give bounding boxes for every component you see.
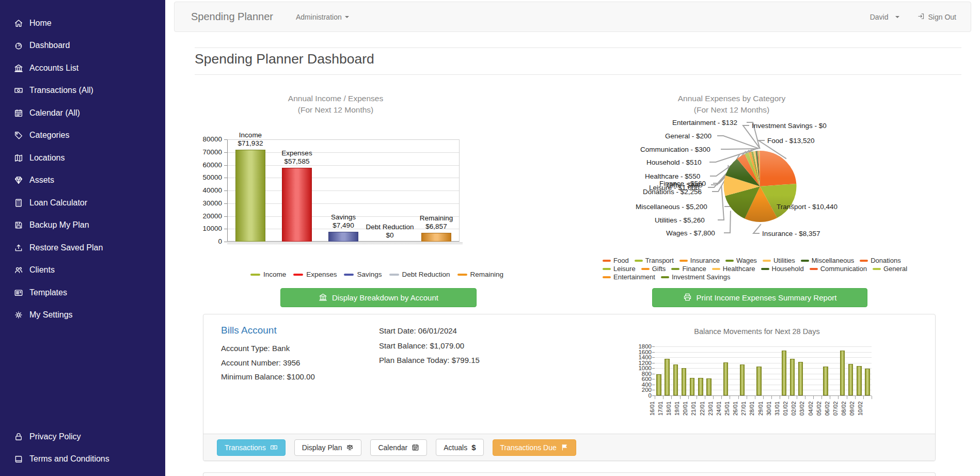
- upload-icon: [14, 243, 23, 252]
- book-icon: [14, 454, 23, 464]
- legend-item-leisure: Leisure: [603, 265, 636, 273]
- navbar-right: David Sign Out: [870, 2, 956, 31]
- sidebar-item-privacy-policy[interactable]: Privacy Policy: [0, 432, 81, 441]
- mini-gridline: [655, 346, 872, 347]
- mini-x-tick: [680, 396, 681, 399]
- pie-label-general: General - $200: [665, 132, 712, 140]
- sidebar-item-label: Restore Saved Plan: [29, 243, 103, 252]
- mini-x-label: 21/01: [690, 401, 697, 416]
- mini-x-tick: [697, 396, 697, 399]
- sidebar-item-label: Backup My Plan: [29, 220, 89, 230]
- y-axis-label: 30000: [191, 199, 222, 207]
- mini-bar-01-02: [790, 359, 795, 395]
- display-breakdown-button[interactable]: Display Breakdown by Account: [280, 288, 477, 307]
- user-menu[interactable]: David: [870, 13, 899, 21]
- sidebar-item-label: Locations: [29, 153, 65, 163]
- legend-label: Gifts: [652, 265, 666, 273]
- mini-x-label: 22/01: [699, 401, 706, 416]
- legend-item-investment-savings: Investment Savings: [661, 273, 730, 281]
- mini-x-label: 30/01: [766, 401, 772, 416]
- legend-swatch: [661, 276, 669, 278]
- sidebar-item-my-settings[interactable]: My Settings: [0, 310, 73, 320]
- print-summary-label: Print Income Expenses Summary Report: [697, 293, 837, 302]
- actuals-button[interactable]: Actuals$: [436, 439, 483, 456]
- sidebar-item-calendar-all[interactable]: Calendar (All): [0, 108, 80, 118]
- pie-leader-line: [724, 165, 731, 207]
- sidebar-item-transactions-all[interactable]: Transactions (All): [0, 86, 93, 95]
- legend-swatch: [725, 260, 734, 262]
- mini-x-label: 09/02: [849, 401, 856, 416]
- pie-label-communication: Communication - $300: [640, 146, 710, 153]
- sidebar-item-assets[interactable]: Assets: [0, 176, 54, 185]
- mini-bar-02-02: [798, 362, 803, 395]
- bar-value-label: Income$71,932: [214, 131, 287, 148]
- mini-x-tick: [847, 396, 847, 399]
- mini-y-label: 1600: [622, 349, 652, 355]
- pie-slice-leisure: [745, 153, 760, 186]
- legend-label: Finance: [682, 265, 706, 273]
- app-brand[interactable]: Spending Planner: [191, 2, 273, 31]
- mini-gridline: [655, 390, 872, 390]
- sidebar-item-restore-saved-plan[interactable]: Restore Saved Plan: [0, 243, 103, 252]
- legend-item-entertainment: Entertainment: [603, 273, 655, 281]
- sidebar-item-terms-and-conditions[interactable]: Terms and Conditions: [0, 454, 109, 464]
- page-title: Spending Planner Dashboard: [195, 51, 374, 67]
- x-axis-band: [227, 242, 463, 245]
- spending-planner-app: HomeDashboardAccounts ListTransactions (…: [0, 0, 980, 476]
- mini-y-label: 600: [622, 376, 652, 382]
- sidebar-item-label: Categories: [29, 131, 69, 140]
- legend-item-donations: Donations: [860, 257, 901, 264]
- sidebar-item-loan-calculator[interactable]: Loan Calculator: [0, 198, 87, 208]
- y-axis-label: 70000: [191, 148, 222, 156]
- mini-x-tick: [763, 396, 764, 399]
- sidebar-item-templates[interactable]: Templates: [0, 288, 67, 297]
- sidebar-item-categories[interactable]: Categories: [0, 131, 69, 140]
- pie-label-entertainment: Entertainment - $132: [672, 119, 737, 126]
- bar-chart-title: Annual Income / Expenses (For Next 12 Mo…: [196, 93, 475, 116]
- admin-menu[interactable]: Administration: [296, 2, 349, 31]
- transactions-due-button[interactable]: Transactions Due: [493, 439, 576, 456]
- legend-label: Food: [613, 257, 629, 264]
- display-plan-button[interactable]: Display Plan: [294, 439, 362, 456]
- pie-slice-utilities: [724, 176, 760, 196]
- mini-bar-22-01: [706, 378, 712, 395]
- pie-slice-finance: [751, 151, 760, 186]
- sidebar-item-clients[interactable]: Clients: [0, 265, 55, 275]
- bank-icon: [14, 64, 23, 73]
- pie-gloss: [724, 151, 797, 222]
- transactions-button[interactable]: Transactions: [217, 439, 286, 456]
- legend-label: Donations: [871, 257, 901, 264]
- sidebar-item-locations[interactable]: Locations: [0, 153, 65, 163]
- calculator-icon: [14, 198, 23, 208]
- print-summary-button[interactable]: Print Income Expenses Summary Report: [652, 288, 867, 307]
- legend-swatch: [641, 268, 650, 270]
- account-name-link[interactable]: Bills Account: [221, 325, 277, 336]
- sidebar: HomeDashboardAccounts ListTransactions (…: [0, 0, 165, 476]
- sidebar-item-accounts-list[interactable]: Accounts List: [0, 64, 78, 73]
- admin-menu-label: Administration: [296, 13, 342, 21]
- mini-x-label: 03/02: [799, 401, 805, 416]
- y-axis-label: 60000: [191, 161, 222, 169]
- pie-leader-line: [768, 204, 794, 207]
- pie-label-food: Food - $13,520: [767, 137, 815, 145]
- home-icon: [14, 19, 23, 28]
- sidebar-item-label: Assets: [29, 176, 54, 185]
- sidebar-row: Locations: [0, 147, 165, 169]
- pie-legend-row: LeisureGiftsFinanceHealthcareHouseholdCo…: [603, 265, 907, 273]
- sidebar-item-backup-my-plan[interactable]: Backup My Plan: [0, 220, 89, 230]
- plan-details: Start Date: 06/01/2024 Start Balance: $1…: [379, 324, 480, 368]
- sign-out-button[interactable]: Sign Out: [917, 12, 956, 22]
- pie-slice-transport: [760, 184, 796, 218]
- sidebar-item-dashboard[interactable]: Dashboard: [0, 41, 70, 50]
- gear-icon: [14, 310, 23, 320]
- mini-bar-17-01: [665, 359, 670, 395]
- gem-icon: [14, 176, 23, 185]
- sidebar-item-home[interactable]: Home: [0, 19, 52, 28]
- legend-item-finance: Finance: [671, 265, 706, 273]
- mini-x-label: 04/02: [808, 401, 814, 416]
- save-icon: [14, 220, 23, 230]
- next-account-panel-edge: [203, 472, 936, 476]
- pie-slice-miscellaneous: [725, 159, 760, 187]
- calendar-button[interactable]: Calendar: [370, 439, 427, 456]
- legend-swatch: [457, 274, 467, 276]
